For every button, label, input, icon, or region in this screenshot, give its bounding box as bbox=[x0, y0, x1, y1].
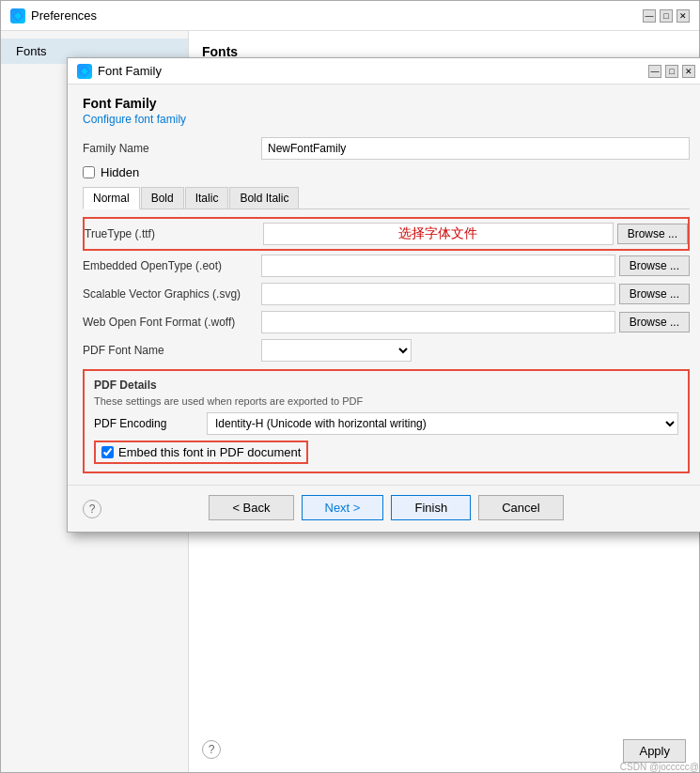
window-title: Preferences bbox=[31, 8, 97, 23]
pdf-details-section: PDF Details These settings are used when… bbox=[83, 369, 690, 473]
tab-normal[interactable]: Normal bbox=[83, 187, 140, 209]
svg-input[interactable] bbox=[261, 283, 615, 305]
pdf-details-label: PDF Details bbox=[94, 379, 678, 392]
hidden-checkbox[interactable] bbox=[83, 166, 95, 178]
dialog-help-icon[interactable]: ? bbox=[83, 500, 101, 518]
dialog-title: Font Family bbox=[98, 64, 162, 78]
pdf-font-name-row: PDF Font Name bbox=[83, 339, 690, 362]
dialog-minimize-button[interactable]: — bbox=[648, 65, 661, 78]
truetype-placeholder: 选择字体文件 bbox=[398, 225, 477, 242]
title-bar-left: Preferences bbox=[10, 8, 97, 23]
truetype-row: TrueType (.ttf) 选择字体文件 Browse ... bbox=[83, 217, 690, 251]
pdf-encoding-label: PDF Encoding bbox=[94, 417, 207, 430]
pref-apply-button[interactable]: Apply bbox=[623, 739, 686, 763]
dialog-title-left: Font Family bbox=[77, 64, 162, 79]
svg-label: Scalable Vector Graphics (.svg) bbox=[83, 287, 261, 301]
dialog-footer: ? < Back Next > Finish Cancel bbox=[68, 485, 700, 532]
pdf-font-name-select[interactable] bbox=[261, 339, 412, 362]
woff-input[interactable] bbox=[261, 311, 615, 333]
tab-italic[interactable]: Italic bbox=[185, 187, 229, 209]
family-name-row: Family Name bbox=[83, 137, 690, 160]
title-bar: Preferences — □ ✕ bbox=[1, 1, 699, 31]
pdf-details-note: These settings are used when reports are… bbox=[94, 395, 678, 407]
embed-checkbox-row: Embed this font in PDF document bbox=[94, 441, 308, 464]
pdf-font-name-label: PDF Font Name bbox=[83, 344, 261, 357]
family-name-input[interactable] bbox=[261, 137, 690, 160]
title-bar-buttons: — □ ✕ bbox=[643, 9, 690, 23]
help-icon[interactable]: ? bbox=[202, 740, 221, 759]
woff-browse-button[interactable]: Browse ... bbox=[619, 312, 690, 332]
font-family-dialog: Font Family — □ ✕ Font Family Configure … bbox=[67, 57, 700, 533]
dialog-title-buttons: — □ ✕ bbox=[648, 65, 695, 78]
cancel-button[interactable]: Cancel bbox=[478, 495, 563, 520]
maximize-button[interactable]: □ bbox=[660, 9, 673, 23]
svg-row: Scalable Vector Graphics (.svg) Browse .… bbox=[83, 283, 690, 305]
app-icon bbox=[10, 8, 25, 23]
embed-label: Embed this font in PDF document bbox=[118, 445, 301, 459]
close-button[interactable]: ✕ bbox=[677, 9, 690, 23]
watermark: CSDN @joccccc@ bbox=[620, 762, 699, 772]
pdf-encoding-row: PDF Encoding Identity-H (Unicode with ho… bbox=[94, 412, 678, 435]
eot-browse-button[interactable]: Browse ... bbox=[619, 255, 690, 276]
truetype-browse-button[interactable]: Browse ... bbox=[617, 224, 688, 244]
dialog-app-icon bbox=[77, 64, 92, 79]
embed-checkbox[interactable] bbox=[101, 446, 114, 458]
tab-bold[interactable]: Bold bbox=[141, 187, 184, 209]
truetype-input[interactable]: 选择字体文件 bbox=[263, 223, 614, 245]
hidden-label: Hidden bbox=[101, 165, 139, 179]
dialog-maximize-button[interactable]: □ bbox=[665, 65, 678, 78]
eot-label: Embedded OpenType (.eot) bbox=[83, 259, 261, 272]
tabs-row: Normal Bold Italic Bold Italic bbox=[83, 187, 690, 209]
finish-button[interactable]: Finish bbox=[391, 495, 471, 520]
dialog-close-button[interactable]: ✕ bbox=[682, 65, 695, 78]
truetype-label: TrueType (.ttf) bbox=[85, 227, 263, 240]
pref-bottom-bar: Apply bbox=[623, 739, 686, 763]
next-button[interactable]: Next > bbox=[302, 495, 384, 520]
family-name-label: Family Name bbox=[83, 142, 261, 155]
back-button[interactable]: < Back bbox=[209, 495, 293, 520]
woff-row: Web Open Font Format (.woff) Browse ... bbox=[83, 311, 690, 333]
dialog-title-bar: Font Family — □ ✕ bbox=[68, 58, 700, 85]
pdf-encoding-select[interactable]: Identity-H (Unicode with horizontal writ… bbox=[207, 412, 678, 435]
woff-label: Web Open Font Format (.woff) bbox=[83, 316, 261, 329]
dialog-section-subtitle: Configure font family bbox=[83, 113, 690, 126]
dialog-body: Font Family Configure font family Family… bbox=[68, 85, 700, 485]
hidden-row: Hidden bbox=[83, 165, 690, 179]
eot-row: Embedded OpenType (.eot) Browse ... bbox=[83, 255, 690, 277]
minimize-button[interactable]: — bbox=[643, 9, 656, 23]
svg-browse-button[interactable]: Browse ... bbox=[619, 284, 690, 304]
tab-bold-italic[interactable]: Bold Italic bbox=[229, 187, 299, 209]
preferences-window: Preferences — □ ✕ Fonts Fonts Font List … bbox=[0, 0, 700, 773]
eot-input[interactable] bbox=[261, 255, 615, 277]
dialog-section-title: Font Family bbox=[83, 96, 690, 111]
